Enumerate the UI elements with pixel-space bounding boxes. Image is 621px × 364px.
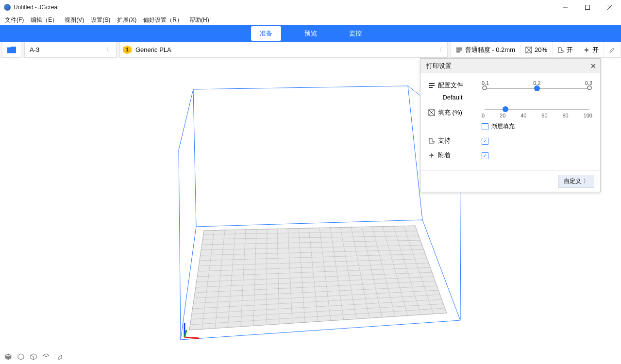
- gradual-infill-label: 渐层填充: [491, 122, 515, 131]
- custom-settings-button[interactable]: 自定义 〉: [558, 175, 594, 188]
- view-solid-icon[interactable]: [5, 353, 12, 360]
- printer-name: A-3: [30, 46, 39, 53]
- support-icon: [557, 47, 564, 53]
- infill-tick-60: 60: [541, 113, 547, 118]
- tab-prepare[interactable]: 准备: [251, 26, 281, 41]
- profile-summary[interactable]: 普通精度 - 0.2mm: [451, 42, 520, 58]
- svg-rect-69: [429, 83, 435, 84]
- view-front-icon[interactable]: [30, 353, 37, 360]
- infill-summary[interactable]: 20%: [520, 42, 553, 58]
- menu-extensions[interactable]: 扩展(X): [114, 15, 139, 25]
- gradual-infill-checkbox[interactable]: [482, 123, 488, 130]
- print-settings-bar: 普通精度 - 0.2mm 20% 开 开: [451, 42, 621, 58]
- support-checkbox[interactable]: ✓: [482, 138, 488, 145]
- svg-line-16: [196, 220, 422, 227]
- chevron-right-icon: 〉: [583, 177, 589, 185]
- infill-section-label: 填充 (%): [438, 108, 462, 117]
- layers-icon: [456, 47, 463, 53]
- tab-preview[interactable]: 预览: [296, 26, 326, 41]
- app-icon: [4, 4, 11, 11]
- material-selector[interactable]: 1 Generic PLA 〈: [119, 42, 448, 58]
- svg-line-18: [193, 89, 196, 227]
- stage-tabs: 准备 预览 监控: [0, 25, 621, 42]
- infill-tick-20: 20: [500, 113, 505, 118]
- adhesion-summary[interactable]: 开: [578, 42, 604, 58]
- material-name: Generic PLA: [135, 46, 171, 53]
- infill-tick-100: 100: [584, 113, 592, 118]
- layers-icon: [428, 82, 435, 89]
- maximize-button[interactable]: [576, 0, 599, 15]
- print-settings-panel: 打印设置 ✕ 配置文件 0.1 0.2 0.3: [420, 58, 601, 192]
- window-title: Untitled - JGcreat: [14, 4, 59, 11]
- support-summary[interactable]: 开: [553, 42, 578, 58]
- tab-monitor[interactable]: 监控: [340, 26, 370, 41]
- chevron-left-icon: 〈: [435, 46, 444, 53]
- infill-tick-0: 0: [482, 113, 485, 118]
- svg-rect-4: [456, 48, 462, 49]
- infill-icon: [525, 47, 532, 53]
- profile-slider[interactable]: [485, 88, 589, 89]
- infill-icon: [428, 109, 435, 116]
- open-file-button[interactable]: [2, 42, 21, 58]
- menu-settings[interactable]: 设置(S): [88, 15, 113, 25]
- svg-line-21: [179, 89, 193, 150]
- folder-icon: [7, 47, 16, 53]
- view-mode-icons: [5, 353, 62, 360]
- svg-line-17: [179, 150, 181, 340]
- adhesion-value: 开: [592, 46, 599, 54]
- extruder-badge: 1: [123, 46, 132, 54]
- menu-file[interactable]: 文件(F): [2, 15, 27, 25]
- view-xray-icon[interactable]: [17, 353, 24, 360]
- adhesion-icon: [428, 152, 435, 159]
- viewport-3d[interactable]: 打印设置 ✕ 配置文件 0.1 0.2 0.3: [0, 58, 621, 364]
- adhesion-section-label: 附着: [438, 151, 451, 160]
- svg-rect-5: [456, 50, 462, 50]
- profile-label: 普通精度 - 0.2mm: [465, 46, 515, 54]
- support-icon: [428, 137, 435, 144]
- infill-slider[interactable]: [485, 109, 589, 110]
- profile-section-label: 配置文件: [438, 81, 463, 90]
- panel-close-button[interactable]: ✕: [590, 62, 596, 70]
- view-top-icon[interactable]: [43, 353, 50, 360]
- menu-bar: 文件(F) 编辑（E） 视图(V) 设置(S) 扩展(X) 偏好设置（R） 帮助…: [0, 15, 621, 25]
- tick-01: 0.1: [482, 80, 489, 86]
- infill-slider-knob[interactable]: [503, 106, 508, 112]
- menu-help[interactable]: 帮助(H): [186, 15, 212, 25]
- pencil-icon: [609, 47, 616, 53]
- svg-rect-71: [429, 87, 433, 88]
- printer-selector[interactable]: A-3 〈: [24, 42, 117, 58]
- adhesion-checkbox[interactable]: ✓: [482, 152, 488, 159]
- toolbar: A-3 〈 1 Generic PLA 〈 普通精度 - 0.2mm 20% 开…: [0, 42, 621, 58]
- edit-settings-button[interactable]: [604, 42, 621, 58]
- support-value: 开: [567, 46, 573, 54]
- svg-rect-1: [586, 5, 590, 10]
- minimize-button[interactable]: [554, 0, 576, 15]
- profile-slider-knob[interactable]: [534, 85, 540, 91]
- menu-edit[interactable]: 编辑（E）: [28, 15, 61, 25]
- close-button[interactable]: [599, 0, 621, 15]
- title-bar: Untitled - JGcreat: [0, 0, 621, 15]
- custom-button-label: 自定义: [564, 177, 581, 185]
- svg-line-22: [193, 86, 408, 89]
- svg-line-67: [185, 337, 199, 338]
- panel-title: 打印设置: [426, 62, 452, 70]
- svg-rect-70: [429, 85, 435, 86]
- chevron-left-icon: 〈: [102, 46, 111, 53]
- profile-value: Default: [442, 94, 462, 101]
- view-right-icon[interactable]: [55, 353, 62, 360]
- menu-view[interactable]: 视图(V): [62, 15, 87, 25]
- infill-tick-40: 40: [520, 113, 526, 118]
- menu-preferences[interactable]: 偏好设置（R）: [140, 15, 185, 25]
- support-section-label: 支持: [438, 136, 451, 145]
- adhesion-icon: [583, 47, 590, 53]
- svg-rect-6: [456, 51, 460, 52]
- infill-tick-80: 80: [562, 113, 568, 118]
- infill-value: 20%: [535, 46, 547, 53]
